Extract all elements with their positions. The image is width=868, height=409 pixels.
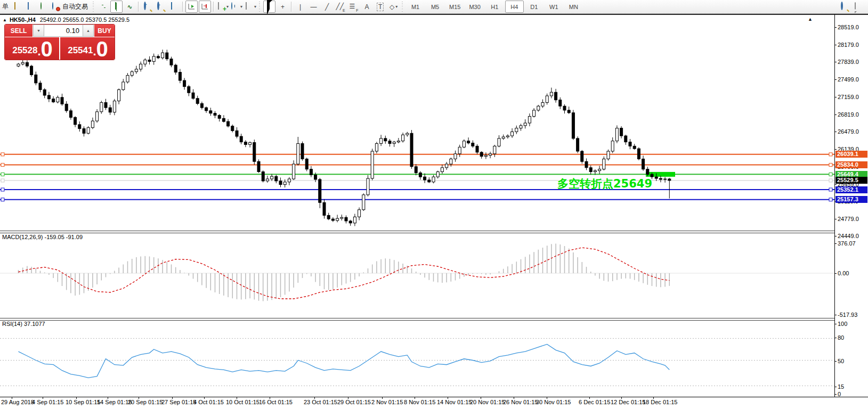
- toolbar-grip[interactable]: [93, 2, 95, 12]
- timeframe-mn-button[interactable]: MN: [564, 1, 583, 13]
- annotation-text[interactable]: 多空转折点25649: [557, 176, 652, 191]
- line-handle[interactable]: [829, 163, 832, 167]
- time-axis-border: [0, 397, 868, 397]
- horizontal-level-lines[interactable]: [0, 153, 834, 201]
- vertical-line-tool-button[interactable]: |: [294, 1, 306, 13]
- fibonacci-tool-button[interactable]: ☰F: [347, 1, 360, 13]
- line-handle[interactable]: [829, 179, 832, 182]
- autotrade-button[interactable]: 自动交易: [51, 1, 91, 13]
- macd-rsi-separator[interactable]: [0, 318, 834, 321]
- shapes-caret-icon[interactable]: ▾: [395, 4, 398, 9]
- zoom-out-icon: −: [157, 3, 165, 11]
- time-axis-label: 8 Nov 01:15: [404, 399, 435, 405]
- line-handle[interactable]: [829, 173, 832, 176]
- line-handle[interactable]: [829, 153, 832, 156]
- autotrade-icon: [52, 3, 60, 11]
- line-handle[interactable]: [1, 188, 4, 191]
- charts-window-button[interactable]: [25, 1, 37, 13]
- line-handle[interactable]: [1, 163, 4, 167]
- axis-tick-mark: [834, 27, 837, 28]
- line-handle[interactable]: [829, 198, 832, 201]
- candlestick-chart-icon: [112, 3, 121, 11]
- buy-button[interactable]: BUY: [94, 24, 115, 37]
- macd-indicator-label: MACD(12,26,9) -159.05 -91.09: [2, 234, 83, 240]
- ohlc-high: 25655.0: [63, 17, 84, 23]
- timeframe-m1-button[interactable]: M1: [406, 1, 425, 13]
- one-click-trading-panel: SELL ▼ ▲ BUY 25528.0 25541.0: [4, 24, 115, 60]
- main-price-pane[interactable]: [0, 14, 834, 231]
- new-order-button[interactable]: [11, 1, 23, 13]
- bar-chart-button[interactable]: [97, 1, 109, 13]
- periods-button[interactable]: ▾: [230, 1, 243, 13]
- rsi-pane[interactable]: [0, 320, 834, 397]
- shapes-icon: ◇: [390, 3, 394, 11]
- volume-decrease-button[interactable]: ▼: [33, 24, 44, 37]
- zoom-in-button[interactable]: +: [141, 1, 153, 13]
- signals-button[interactable]: [38, 1, 50, 13]
- indicators-caret-icon[interactable]: ▾: [226, 4, 229, 9]
- sell-button[interactable]: SELL: [5, 24, 33, 37]
- price-axis-label: 28179.0: [838, 42, 859, 48]
- trendline-tool-button[interactable]: ╱: [321, 1, 333, 13]
- one-click-collapse-icon[interactable]: ▲: [3, 18, 7, 22]
- timeframe-h1-button[interactable]: H1: [485, 1, 504, 13]
- line-chart-button[interactable]: ∿: [124, 1, 136, 13]
- search-button[interactable]: [838, 1, 850, 13]
- sell-price-display[interactable]: 25528.0: [5, 37, 59, 60]
- templates-button[interactable]: ▾: [244, 1, 257, 13]
- line-handle[interactable]: [829, 188, 832, 191]
- rsi-line: [19, 344, 670, 378]
- symbol-period-label: HK50-,H4: [10, 17, 36, 23]
- line-handle[interactable]: [1, 153, 4, 156]
- chat-button[interactable]: [851, 1, 864, 13]
- vertical-line-icon: |: [299, 3, 301, 11]
- price-level-tag: 25834.0: [835, 161, 867, 168]
- line-handle[interactable]: [1, 173, 4, 176]
- axis-tick-mark: [834, 97, 837, 97]
- zoom-out-button[interactable]: −: [155, 1, 167, 13]
- timeframe-m15-button[interactable]: M15: [445, 1, 464, 13]
- shapes-tool-button[interactable]: ◇▾: [387, 1, 400, 13]
- periods-caret-icon[interactable]: ▾: [240, 4, 242, 9]
- indicators-icon: [217, 3, 225, 11]
- macd-pane[interactable]: [0, 233, 834, 319]
- text-icon: A: [365, 3, 369, 11]
- axis-tick-mark: [834, 273, 837, 274]
- timeframe-h4-button[interactable]: H4: [505, 1, 524, 13]
- crosshair-tool-button[interactable]: +: [277, 1, 289, 13]
- line-handle[interactable]: [1, 198, 4, 201]
- autotrade-label: 自动交易: [60, 2, 90, 11]
- main-macd-separator[interactable]: [0, 231, 834, 233]
- channel-tool-button[interactable]: ╱╱E: [334, 1, 346, 13]
- candlestick-chart-button[interactable]: [110, 1, 123, 13]
- text-label-tool-button[interactable]: T: [374, 1, 386, 13]
- price-level-tag: 26039.1: [835, 151, 867, 158]
- toolbar-grip[interactable]: [402, 2, 404, 12]
- toolbar-grip[interactable]: [259, 2, 261, 12]
- templates-caret-icon[interactable]: ▾: [254, 4, 256, 9]
- tile-windows-icon: [170, 3, 179, 11]
- new-order-partial-label[interactable]: 单: [0, 2, 11, 11]
- horizontal-line-tool-button[interactable]: —: [307, 1, 320, 13]
- time-axis-label: 10 Sep 01:15: [66, 399, 100, 405]
- line-handle[interactable]: [1, 179, 4, 182]
- cursor-tool-button[interactable]: [263, 1, 275, 13]
- volume-increase-button[interactable]: ▲: [83, 24, 94, 37]
- timeframe-m30-button[interactable]: M30: [465, 1, 484, 13]
- price-level-tag: 25529.5: [835, 177, 867, 184]
- timeframe-d1-button[interactable]: D1: [525, 1, 543, 13]
- time-axis-label: 6 Dec 01:15: [579, 399, 610, 405]
- time-axis-label: 14 Nov 01:15: [437, 399, 472, 405]
- price-axis-label: 26819.0: [838, 111, 859, 118]
- timeframe-m5-button[interactable]: M5: [426, 1, 444, 13]
- zoom-in-icon: +: [143, 3, 152, 11]
- text-tool-button[interactable]: A: [361, 1, 373, 13]
- auto-scroll-button[interactable]: [185, 1, 198, 13]
- buy-price-display[interactable]: 25541.0: [60, 37, 115, 60]
- chart-shift-button[interactable]: [199, 1, 211, 13]
- indicators-button[interactable]: ▾: [216, 1, 229, 13]
- volume-input[interactable]: [44, 24, 83, 37]
- tile-windows-button[interactable]: [168, 1, 180, 13]
- timeframe-w1-button[interactable]: W1: [545, 1, 563, 13]
- auto-scroll-icon: [188, 3, 196, 11]
